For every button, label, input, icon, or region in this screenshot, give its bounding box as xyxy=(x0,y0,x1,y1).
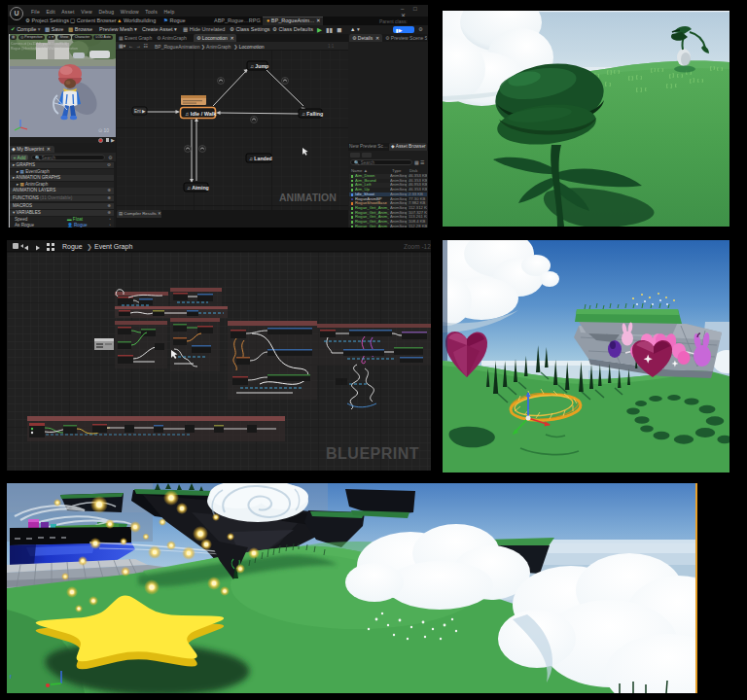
svg-text:Ent ▶: Ent ▶ xyxy=(134,109,146,114)
svg-text:♫ Falling: ♫ Falling xyxy=(302,111,323,117)
svg-text:♫ Landed: ♫ Landed xyxy=(249,156,272,161)
svg-text:Zoom -12: Zoom -12 xyxy=(404,243,431,250)
svg-text:❯: ❯ xyxy=(87,243,92,251)
svg-text:♫ Aiming: ♫ Aiming xyxy=(187,185,209,191)
svg-text:♫ Jump: ♫ Jump xyxy=(250,63,268,69)
svg-text:♫ Idle / Walk: ♫ Idle / Walk xyxy=(185,111,217,117)
svg-text:BLUEPRINT: BLUEPRINT xyxy=(326,445,419,462)
svg-text:Rogue: Rogue xyxy=(62,243,83,251)
svg-text:⊙ 10: ⊙ 10 xyxy=(98,127,109,133)
svg-text:Event Graph: Event Graph xyxy=(94,243,132,251)
svg-text:ANIMATION: ANIMATION xyxy=(279,192,337,203)
